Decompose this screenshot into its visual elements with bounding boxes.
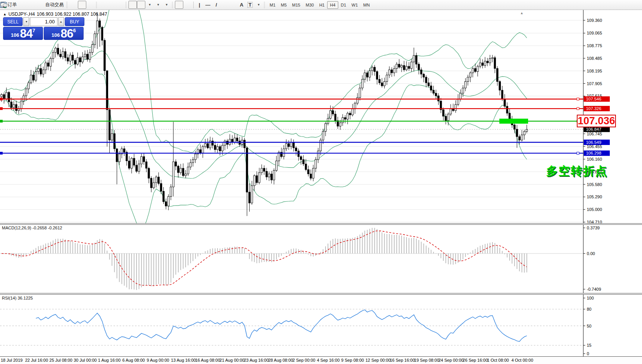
- svg-text:100: 100: [587, 296, 594, 300]
- time-axis-label: 22 Jul 16:00: [25, 358, 48, 362]
- add-indicator-button[interactable]: ▼: [145, 1, 154, 9]
- buy-price-pips: 86: [61, 28, 73, 39]
- svg-text:107.326: 107.326: [586, 106, 601, 111]
- macd-label: MACD(12,26,9) -0.2658 -0.2612: [2, 226, 62, 230]
- label-icon: T: [248, 2, 252, 7]
- main-toolbar: 新订单 自动交易: [0, 0, 642, 10]
- template-button[interactable]: ▼: [162, 1, 171, 9]
- timeframe-M5[interactable]: M5: [278, 1, 289, 9]
- arrows-tool[interactable]: ▼: [254, 1, 263, 9]
- rsi-label: RSI(14) 36.1225: [2, 296, 33, 300]
- time-axis-label: 18 Jul 2019: [1, 358, 23, 362]
- timeframe-W1[interactable]: W1: [349, 1, 361, 9]
- toolbar-grip: [125, 2, 127, 8]
- chinese-annotation[interactable]: 多空转折点: [546, 163, 607, 179]
- svg-text:-0.7409: -0.7409: [587, 287, 601, 292]
- price-callout-label[interactable]: 107.036: [577, 115, 616, 127]
- line-chart-button[interactable]: [86, 1, 95, 9]
- svg-text:50: 50: [587, 324, 591, 328]
- svg-text:105.000: 105.000: [587, 207, 602, 212]
- timeframe-MN[interactable]: MN: [361, 1, 372, 9]
- chevron-down-icon: ▼: [257, 3, 260, 7]
- svg-text:106.298: 106.298: [586, 151, 601, 155]
- tile-windows-button[interactable]: [116, 1, 124, 9]
- svg-text:108.485: 108.485: [587, 56, 602, 61]
- time-axis-label: 26 Sep 16:00: [463, 358, 488, 362]
- macd-panel-canvas[interactable]: 0.37390.00-0.7409: [0, 225, 642, 293]
- signal-button[interactable]: [35, 1, 44, 9]
- time-axis-label: 13 Aug 16:00: [171, 358, 196, 362]
- horizontal-line-tool[interactable]: —: [204, 1, 212, 9]
- time-axis-label: 9 Sep 08:00: [341, 358, 364, 362]
- time-axis[interactable]: 18 Jul 201922 Jul 16:0025 Jul 08:0030 Ju…: [0, 356, 642, 364]
- timeframe-H4[interactable]: H4: [327, 1, 338, 9]
- sell-button[interactable]: SELL: [3, 17, 23, 26]
- label-tool[interactable]: T: [246, 1, 254, 9]
- timeframe-M30[interactable]: M30: [303, 1, 316, 9]
- level-highlight: [499, 119, 528, 124]
- zoom-out-button[interactable]: [107, 1, 116, 9]
- svg-text:109.065: 109.065: [587, 31, 602, 35]
- time-axis-label: 9 Aug 00:00: [147, 358, 169, 362]
- periods-button[interactable]: ▼: [154, 1, 162, 9]
- svg-text:80: 80: [587, 307, 591, 311]
- svg-text:106.160: 106.160: [587, 157, 602, 161]
- buy-price-point: 6: [73, 28, 76, 33]
- svg-text:108.775: 108.775: [587, 43, 602, 48]
- chart-shift-button[interactable]: [137, 1, 145, 9]
- one-click-trading-panel: SELL ▼ 1.00 ▲ BUY 106 84 7 106 86 6: [3, 17, 84, 40]
- bar-chart-button[interactable]: [69, 1, 78, 9]
- eraser-button[interactable]: [18, 1, 27, 9]
- toolbar-grip: [96, 2, 97, 8]
- svg-text:105.580: 105.580: [587, 182, 602, 187]
- time-axis-label: 23 Aug 16:00: [244, 358, 269, 362]
- chat-icon[interactable]: [0, 2, 8, 8]
- candlestick-chart-button[interactable]: [78, 1, 86, 9]
- profile-button[interactable]: [27, 1, 35, 9]
- fibonacci-tool[interactable]: F: [229, 1, 237, 9]
- cursor-button[interactable]: [175, 1, 183, 9]
- collapse-icon[interactable]: ▲: [3, 12, 7, 16]
- trendline-icon: /: [216, 2, 217, 7]
- toolbar-grip: [66, 2, 67, 8]
- time-axis-label: 1 Oct 08:00: [487, 358, 509, 362]
- time-axis-label: 2 Sep 00:00: [293, 358, 315, 362]
- sell-price-figure: 106: [11, 31, 19, 39]
- chart-shift-marker-icon[interactable]: ▲: [520, 11, 523, 15]
- svg-text:106.549: 106.549: [586, 140, 601, 145]
- sell-price-point: 7: [32, 28, 35, 33]
- sell-price-pips: 84: [20, 28, 32, 39]
- time-axis-label: 24 Sep 00:00: [438, 358, 463, 362]
- vline-icon: |: [199, 2, 200, 7]
- timeframe-M15[interactable]: M15: [290, 1, 303, 9]
- timeframe-M1[interactable]: M1: [267, 1, 278, 9]
- crosshair-button[interactable]: [183, 1, 192, 9]
- svg-text:106.745: 106.745: [587, 132, 602, 136]
- buy-button[interactable]: BUY: [65, 17, 84, 26]
- autotrading-button[interactable]: 自动交易: [44, 1, 65, 9]
- vertical-line-tool[interactable]: |: [195, 1, 204, 9]
- buy-price[interactable]: 106 86 6: [44, 27, 84, 40]
- timeframe-D1[interactable]: D1: [338, 1, 349, 9]
- channel-tool[interactable]: E: [221, 1, 229, 9]
- volume-decrease-button[interactable]: ▼: [23, 17, 29, 26]
- rsi-panel-canvas[interactable]: 1008050150: [0, 295, 642, 356]
- svg-text:0: 0: [587, 351, 589, 356]
- ohlc-values: 106.903 106.922 106.807 106.847: [37, 12, 107, 17]
- symbol-title: USDJPY-,H4: [8, 12, 35, 17]
- timeframe-H1[interactable]: H1: [316, 1, 327, 9]
- trendline-tool[interactable]: /: [212, 1, 221, 9]
- sell-price[interactable]: 106 84 7: [3, 27, 43, 40]
- main-chart-canvas[interactable]: 109.360109.065108.775108.485108.195107.9…: [0, 10, 642, 223]
- volume-increase-button[interactable]: ▲: [58, 17, 64, 26]
- zoom-in-button[interactable]: [99, 1, 107, 9]
- volume-input[interactable]: 1.00: [30, 17, 57, 26]
- time-axis-label: 4 Oct 00:00: [511, 358, 533, 362]
- chart-header: ▲ USDJPY-,H4 106.903 106.922 106.807 106…: [3, 12, 107, 17]
- time-axis-label: 16 Sep 16:00: [390, 358, 415, 362]
- auto-scroll-button[interactable]: [128, 1, 137, 9]
- svg-text:109.360: 109.360: [587, 18, 602, 23]
- svg-text:107.905: 107.905: [587, 81, 602, 86]
- chevron-down-icon: ▼: [148, 3, 151, 7]
- text-tool[interactable]: A: [237, 1, 246, 9]
